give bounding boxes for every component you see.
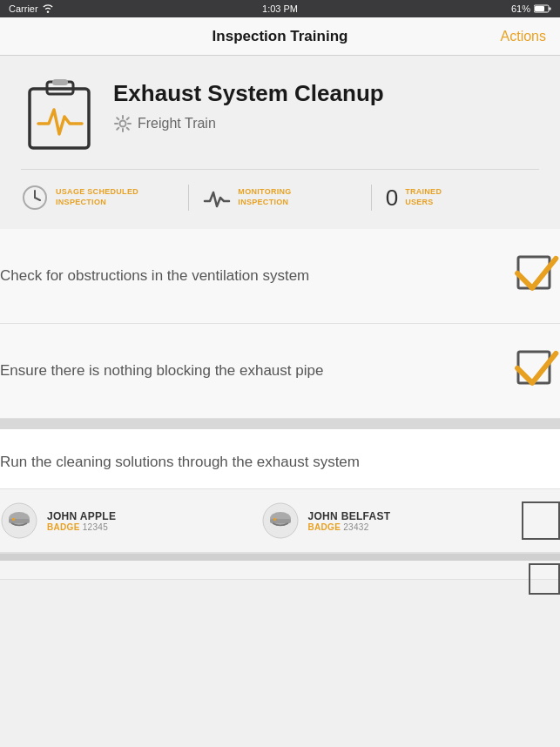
nav-bar: Inspection Training Actions	[0, 17, 560, 56]
checklist-separator	[0, 419, 560, 429]
user-1-name: JOHN APPLE	[47, 510, 116, 522]
task-title: Exhaust System Cleanup	[113, 80, 384, 107]
monitoring-icon	[203, 184, 231, 212]
asset-name: Freight Train	[138, 116, 216, 131]
stat-divider-2	[371, 185, 372, 211]
user-item-2: JOHN BELFAST BADGE 23432	[261, 501, 505, 540]
svg-rect-3	[30, 89, 89, 148]
stat-trained-users: 0 TRAINEDUSERS	[386, 186, 539, 209]
user-2-name: JOHN BELFAST	[308, 510, 391, 522]
checklist-item-3[interactable]: Run the cleaning solutions through the e…	[0, 429, 560, 554]
checklist-item-2[interactable]: Ensure there is nothing blocking the exh…	[0, 324, 560, 419]
user-1-badge: BADGE 12345	[47, 522, 116, 532]
svg-rect-5	[52, 79, 68, 85]
svg-rect-2	[550, 8, 551, 10]
svg-rect-19	[273, 518, 276, 521]
stat-trained-text: TRAINEDUSERS	[405, 187, 442, 207]
user-1-info: JOHN APPLE BADGE 12345	[47, 510, 116, 532]
checklist-item-4-partial	[0, 554, 560, 580]
asset-row: Freight Train	[113, 114, 384, 133]
stat-trained-label: TRAINEDUSERS	[405, 187, 442, 207]
wifi-icon	[42, 4, 54, 13]
checklist-item-1[interactable]: Check for obstructions in the ventilatio…	[0, 229, 560, 324]
user-avatar-1	[0, 501, 38, 540]
user-row: JOHN APPLE BADGE 12345 JOHN BELFAS	[0, 488, 560, 553]
main-content: Exhaust System Cleanup Freight Train USA…	[0, 56, 560, 229]
checklist-item-2-text: Ensure there is nothing blocking the exh…	[0, 362, 515, 380]
user-2-badge: BADGE 23432	[308, 522, 391, 532]
user-avatar-2	[261, 501, 300, 540]
status-time: 1:03 PM	[262, 3, 298, 14]
checkbox-unchecked-4	[529, 563, 560, 595]
checkbox-checked-2	[515, 348, 560, 394]
status-bar: Carrier 1:03 PM 61%	[0, 0, 560, 17]
svg-rect-15	[12, 518, 15, 521]
battery-label: 61%	[511, 3, 530, 14]
stat-trained-number: 0	[386, 186, 398, 209]
battery-info: 61%	[511, 3, 551, 14]
svg-line-9	[35, 198, 40, 200]
carrier-label: Carrier	[9, 3, 38, 14]
stat-divider-1	[188, 185, 189, 211]
clock-icon	[21, 184, 49, 212]
nav-title: Inspection Training	[213, 28, 348, 45]
svg-rect-1	[535, 6, 544, 11]
svg-point-6	[120, 121, 126, 127]
stat-monitoring: MONITORINGINSPECTION	[203, 184, 356, 212]
stat-usage-label: USAGE SCHEDULEDINSPECTION	[56, 187, 138, 207]
actions-button[interactable]: Actions	[501, 29, 546, 44]
svg-rect-14	[9, 519, 30, 523]
user-2-info: JOHN BELFAST BADGE 23432	[308, 510, 391, 532]
checklist-item-3-text: Run the cleaning solutions through the e…	[0, 454, 560, 471]
checkbox-unchecked-3[interactable]	[522, 501, 560, 540]
clipboard-icon	[21, 73, 99, 151]
battery-icon	[534, 4, 551, 13]
stat-usage-text: USAGE SCHEDULEDINSPECTION	[56, 187, 138, 207]
checklist-item-1-text: Check for obstructions in the ventilatio…	[0, 267, 515, 285]
user-item-1: JOHN APPLE BADGE 12345	[0, 501, 244, 540]
gear-icon	[113, 114, 132, 133]
carrier-info: Carrier	[9, 3, 54, 14]
checklist-section: Check for obstructions in the ventilatio…	[0, 229, 560, 580]
stat-monitoring-text: MONITORINGINSPECTION	[238, 187, 291, 207]
svg-rect-18	[270, 519, 291, 523]
stats-row: USAGE SCHEDULEDINSPECTION MONITORINGINSP…	[21, 169, 539, 229]
checkbox-checked-1	[515, 253, 560, 299]
stat-monitoring-label: MONITORINGINSPECTION	[238, 187, 291, 207]
header-section: Exhaust System Cleanup Freight Train	[21, 73, 539, 169]
header-info: Exhaust System Cleanup Freight Train	[113, 73, 384, 133]
stat-usage-scheduled: USAGE SCHEDULEDINSPECTION	[21, 184, 174, 212]
